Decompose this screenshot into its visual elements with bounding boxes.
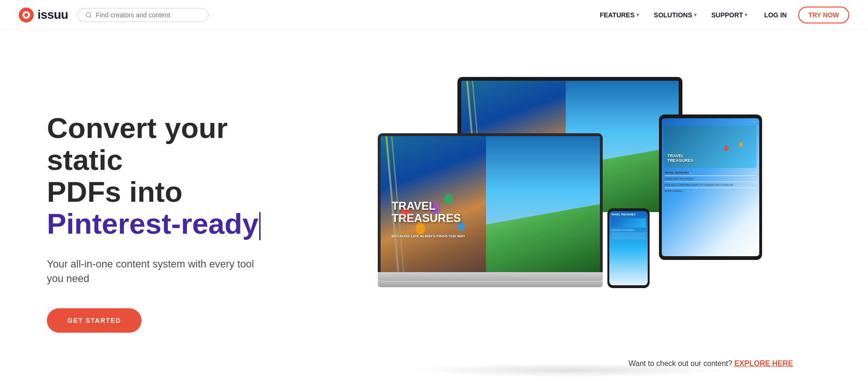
login-link[interactable]: LOG IN [756, 8, 794, 23]
device-phone: TRAVEL TREASURES LIVING INTO THE STREET [607, 208, 650, 288]
get-started-button[interactable]: GET STARTED [47, 308, 142, 333]
search-icon [85, 12, 92, 18]
navbar-right: FEATURES ▾ SOLUTIONS ▾ SUPPORT ▾ LOG IN … [594, 7, 849, 23]
tablet-article-list: TRAVEL TREASURES LIVING INTO THE STREET … [665, 170, 756, 194]
navbar-left: issuu [19, 8, 209, 23]
laptop-mag-subtitle: BECAUSE LIFE ALWAYS FINDS THE WAY [391, 234, 490, 238]
svg-point-2 [24, 13, 28, 17]
explore-link[interactable]: EXPLORE HERE [734, 359, 793, 367]
hero-devices: TRAVEL TREASURES BECAUSE LIFE ALWAYS FIN… [309, 58, 831, 381]
hero-cta: GET STARTED [47, 308, 309, 333]
svg-line-4 [90, 16, 91, 17]
cursor-blink [259, 212, 261, 240]
device-laptop: TRAVEL TREASURES BECAUSE LIFE ALWAYS FIN… [378, 133, 603, 287]
try-now-button[interactable]: TRY NOW [798, 7, 849, 23]
logo-text: issuu [37, 8, 68, 22]
logo-link[interactable]: issuu [19, 8, 68, 23]
tablet-search-mini: 🔍 [754, 121, 756, 124]
nav-solutions[interactable]: SOLUTIONS ▾ [648, 8, 702, 23]
hero-subtext: Your all-in-one content system with ever… [47, 257, 272, 286]
devices-container: TRAVEL TREASURES BECAUSE LIFE ALWAYS FIN… [368, 77, 771, 368]
features-chevron-icon: ▾ [636, 12, 639, 17]
tablet-article-4: MORE STORIES → [665, 188, 756, 194]
phone-content: TRAVEL TREASURES LIVING INTO THE STREET [609, 211, 648, 242]
support-chevron-icon: ▾ [745, 12, 747, 17]
tablet-brand: issuu [665, 121, 672, 124]
phone-body: TRAVEL TREASURES LIVING INTO THE STREET [607, 208, 650, 288]
explore-section: Want to check out our content? EXPLORE H… [629, 359, 793, 368]
tablet-screen: issuu 🔍 TRAVELTREASURES TRA [662, 118, 759, 256]
laptop-screen: TRAVEL TREASURES BECAUSE LIFE ALWAYS FIN… [381, 136, 600, 272]
nav-support[interactable]: SUPPORT ▾ [706, 8, 753, 23]
tablet-body: issuu 🔍 TRAVELTREASURES TRA [659, 114, 762, 260]
laptop-base [378, 272, 603, 281]
nav-features[interactable]: FEATURES ▾ [594, 8, 644, 23]
tablet-article-1: TRAVEL TREASURES [665, 170, 756, 176]
search-bar[interactable] [77, 8, 209, 22]
tablet-nav: issuu 🔍 [665, 121, 756, 124]
device-tablet: issuu 🔍 TRAVELTREASURES TRA [659, 114, 762, 260]
hero-highlight-text: Pinterest-ready [47, 207, 258, 240]
laptop-mag-content: TRAVEL TREASURES BECAUSE LIFE ALWAYS FIN… [381, 136, 600, 272]
search-input[interactable] [96, 11, 201, 19]
laptop-screen-wrapper: TRAVEL TREASURES BECAUSE LIFE ALWAYS FIN… [378, 133, 603, 272]
tablet-article-2: LIVING INTO THE STREET [665, 176, 756, 182]
hero-content-left: Convert your static PDFs into Pinterest-… [47, 112, 309, 333]
tablet-cover-title: TRAVELTREASURES [667, 154, 694, 163]
tablet-article-3: HOW WILL COMPANIES ADAPT TO CHANGE POST … [665, 182, 756, 188]
tablet-content: issuu 🔍 TRAVELTREASURES TRA [662, 118, 759, 256]
hero-section: Convert your static PDFs into Pinterest-… [0, 30, 868, 381]
phone-screen: TRAVEL TREASURES LIVING INTO THE STREET [609, 211, 648, 285]
tablet-cover: TRAVELTREASURES [665, 126, 756, 168]
solutions-chevron-icon: ▾ [694, 12, 696, 17]
laptop-mag-title: TRAVEL TREASURES [391, 200, 490, 225]
laptop-keyboard [378, 281, 603, 287]
hero-headline: Convert your static PDFs into Pinterest-… [47, 112, 309, 240]
svg-point-3 [86, 12, 90, 16]
issuu-logo-icon [19, 8, 34, 23]
navbar: issuu FEATURES ▾ SOLUTIONS ▾ SUPPORT ▾ L… [0, 0, 868, 30]
